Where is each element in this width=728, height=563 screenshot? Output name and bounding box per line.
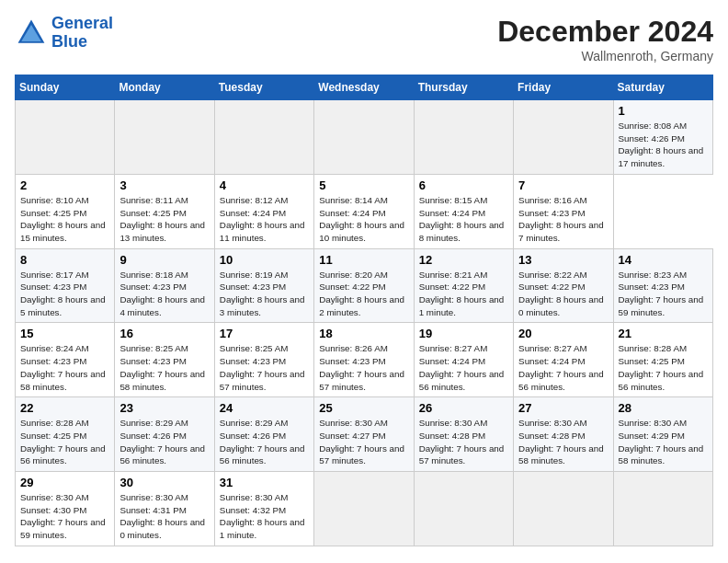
day-info: Sunrise: 8:30 AM Sunset: 4:30 PM Dayligh…: [20, 491, 109, 542]
calendar-week-0: 1 Sunrise: 8:08 AM Sunset: 4:26 PM Dayli…: [16, 100, 713, 175]
day-number: 21: [619, 327, 708, 340]
calendar-cell: 11 Sunrise: 8:20 AM Sunset: 4:22 PM Dayl…: [314, 248, 414, 323]
calendar-cell: 2 Sunrise: 8:10 AM Sunset: 4:25 PM Dayli…: [16, 174, 115, 248]
day-number: 1: [619, 104, 708, 118]
day-number: 28: [619, 401, 708, 415]
day-info: Sunrise: 8:27 AM Sunset: 4:24 PM Dayligh…: [419, 342, 508, 393]
calendar-cell: [16, 100, 115, 175]
calendar-week-2: 8 Sunrise: 8:17 AM Sunset: 4:23 PM Dayli…: [16, 248, 713, 323]
calendar-cell: 9 Sunrise: 8:18 AM Sunset: 4:23 PM Dayli…: [115, 248, 214, 323]
day-info: Sunrise: 8:14 AM Sunset: 4:24 PM Dayligh…: [319, 194, 408, 245]
day-number: 18: [319, 327, 408, 340]
day-info: Sunrise: 8:20 AM Sunset: 4:22 PM Dayligh…: [319, 269, 408, 319]
title-block: December 2024 Wallmenroth, Germany: [497, 15, 713, 63]
day-number: 12: [419, 253, 508, 267]
day-info: Sunrise: 8:30 AM Sunset: 4:31 PM Dayligh…: [119, 491, 209, 542]
day-number: 30: [119, 476, 209, 489]
day-header-tuesday: Tuesday: [214, 75, 313, 100]
month-title: December 2024: [497, 15, 713, 49]
logo: General Blue: [15, 15, 113, 52]
calendar-cell: 14 Sunrise: 8:23 AM Sunset: 4:23 PM Dayl…: [613, 248, 712, 323]
day-header-sunday: Sunday: [16, 75, 115, 100]
day-info: Sunrise: 8:24 AM Sunset: 4:23 PM Dayligh…: [20, 342, 109, 393]
day-number: 14: [619, 253, 708, 267]
day-number: 20: [518, 327, 608, 340]
day-header-monday: Monday: [115, 75, 214, 100]
day-info: Sunrise: 8:29 AM Sunset: 4:26 PM Dayligh…: [119, 417, 209, 467]
calendar-cell: 4 Sunrise: 8:12 AM Sunset: 4:24 PM Dayli…: [214, 174, 313, 248]
calendar-week-5: 29 Sunrise: 8:30 AM Sunset: 4:30 PM Dayl…: [16, 472, 713, 546]
day-info: Sunrise: 8:12 AM Sunset: 4:24 PM Dayligh…: [220, 194, 309, 245]
calendar-cell: [214, 100, 313, 175]
day-number: 19: [419, 327, 508, 340]
calendar-table: SundayMondayTuesdayWednesdayThursdayFrid…: [15, 75, 713, 546]
day-number: 10: [220, 253, 309, 267]
day-number: 2: [20, 178, 109, 192]
day-info: Sunrise: 8:10 AM Sunset: 4:25 PM Dayligh…: [20, 194, 109, 245]
day-number: 29: [20, 476, 109, 489]
calendar-cell: [514, 472, 613, 546]
calendar-cell: 28 Sunrise: 8:30 AM Sunset: 4:29 PM Dayl…: [613, 397, 712, 472]
day-info: Sunrise: 8:15 AM Sunset: 4:24 PM Dayligh…: [419, 194, 508, 245]
calendar-cell: 27 Sunrise: 8:30 AM Sunset: 4:28 PM Dayl…: [514, 397, 613, 472]
day-number: 4: [220, 178, 309, 192]
calendar-week-1: 2 Sunrise: 8:10 AM Sunset: 4:25 PM Dayli…: [16, 174, 713, 248]
calendar-cell: 8 Sunrise: 8:17 AM Sunset: 4:23 PM Dayli…: [16, 248, 115, 323]
calendar-cell: 23 Sunrise: 8:29 AM Sunset: 4:26 PM Dayl…: [115, 397, 214, 472]
day-header-friday: Friday: [514, 75, 613, 100]
calendar-cell: 22 Sunrise: 8:28 AM Sunset: 4:25 PM Dayl…: [16, 397, 115, 472]
day-info: Sunrise: 8:30 AM Sunset: 4:28 PM Dayligh…: [518, 417, 608, 467]
calendar-cell: 26 Sunrise: 8:30 AM Sunset: 4:28 PM Dayl…: [414, 397, 513, 472]
day-number: 7: [518, 178, 608, 192]
day-info: Sunrise: 8:29 AM Sunset: 4:26 PM Dayligh…: [220, 417, 309, 467]
calendar-cell: 12 Sunrise: 8:21 AM Sunset: 4:22 PM Dayl…: [414, 248, 513, 323]
calendar-cell: 19 Sunrise: 8:27 AM Sunset: 4:24 PM Dayl…: [414, 323, 513, 397]
day-number: 13: [518, 253, 608, 267]
day-info: Sunrise: 8:30 AM Sunset: 4:32 PM Dayligh…: [220, 491, 309, 542]
day-number: 23: [119, 401, 209, 415]
day-number: 15: [20, 327, 109, 340]
day-number: 24: [220, 401, 309, 415]
day-info: Sunrise: 8:19 AM Sunset: 4:23 PM Dayligh…: [220, 269, 309, 319]
calendar-cell: 29 Sunrise: 8:30 AM Sunset: 4:30 PM Dayl…: [16, 472, 115, 546]
calendar-cell: 24 Sunrise: 8:29 AM Sunset: 4:26 PM Dayl…: [214, 397, 313, 472]
day-info: Sunrise: 8:21 AM Sunset: 4:22 PM Dayligh…: [419, 269, 508, 319]
calendar-cell: 6 Sunrise: 8:15 AM Sunset: 4:24 PM Dayli…: [414, 174, 513, 248]
day-header-thursday: Thursday: [414, 75, 513, 100]
day-info: Sunrise: 8:25 AM Sunset: 4:23 PM Dayligh…: [220, 342, 309, 393]
location: Wallmenroth, Germany: [497, 49, 713, 63]
day-info: Sunrise: 8:26 AM Sunset: 4:23 PM Dayligh…: [319, 342, 408, 393]
calendar-cell: 1 Sunrise: 8:08 AM Sunset: 4:26 PM Dayli…: [613, 100, 712, 175]
day-info: Sunrise: 8:30 AM Sunset: 4:27 PM Dayligh…: [319, 417, 408, 467]
day-info: Sunrise: 8:23 AM Sunset: 4:23 PM Dayligh…: [619, 269, 708, 319]
day-info: Sunrise: 8:08 AM Sunset: 4:26 PM Dayligh…: [619, 120, 708, 170]
day-number: 5: [319, 178, 408, 192]
calendar-cell: 5 Sunrise: 8:14 AM Sunset: 4:24 PM Dayli…: [314, 174, 414, 248]
day-info: Sunrise: 8:28 AM Sunset: 4:25 PM Dayligh…: [619, 342, 708, 393]
day-info: Sunrise: 8:28 AM Sunset: 4:25 PM Dayligh…: [20, 417, 109, 467]
day-number: 27: [518, 401, 608, 415]
day-number: 3: [119, 178, 209, 192]
calendar-cell: 10 Sunrise: 8:19 AM Sunset: 4:23 PM Dayl…: [214, 248, 313, 323]
calendar-cell: [613, 472, 712, 546]
calendar-cell: [314, 100, 414, 175]
calendar-cell: 16 Sunrise: 8:25 AM Sunset: 4:23 PM Dayl…: [115, 323, 214, 397]
calendar-cell: [414, 100, 513, 175]
day-header-wednesday: Wednesday: [314, 75, 414, 100]
calendar-week-4: 22 Sunrise: 8:28 AM Sunset: 4:25 PM Dayl…: [16, 397, 713, 472]
day-number: 9: [119, 253, 209, 267]
day-info: Sunrise: 8:25 AM Sunset: 4:23 PM Dayligh…: [119, 342, 209, 393]
day-info: Sunrise: 8:30 AM Sunset: 4:29 PM Dayligh…: [619, 417, 708, 467]
calendar-cell: 18 Sunrise: 8:26 AM Sunset: 4:23 PM Dayl…: [314, 323, 414, 397]
day-number: 6: [419, 178, 508, 192]
day-info: Sunrise: 8:30 AM Sunset: 4:28 PM Dayligh…: [419, 417, 508, 467]
day-info: Sunrise: 8:11 AM Sunset: 4:25 PM Dayligh…: [119, 194, 209, 245]
day-number: 8: [20, 253, 109, 267]
calendar-cell: [115, 100, 214, 175]
calendar-cell: 17 Sunrise: 8:25 AM Sunset: 4:23 PM Dayl…: [214, 323, 313, 397]
logo-icon: [15, 17, 48, 50]
calendar-week-3: 15 Sunrise: 8:24 AM Sunset: 4:23 PM Dayl…: [16, 323, 713, 397]
day-number: 26: [419, 401, 508, 415]
calendar-cell: 15 Sunrise: 8:24 AM Sunset: 4:23 PM Dayl…: [16, 323, 115, 397]
calendar-cell: [414, 472, 513, 546]
